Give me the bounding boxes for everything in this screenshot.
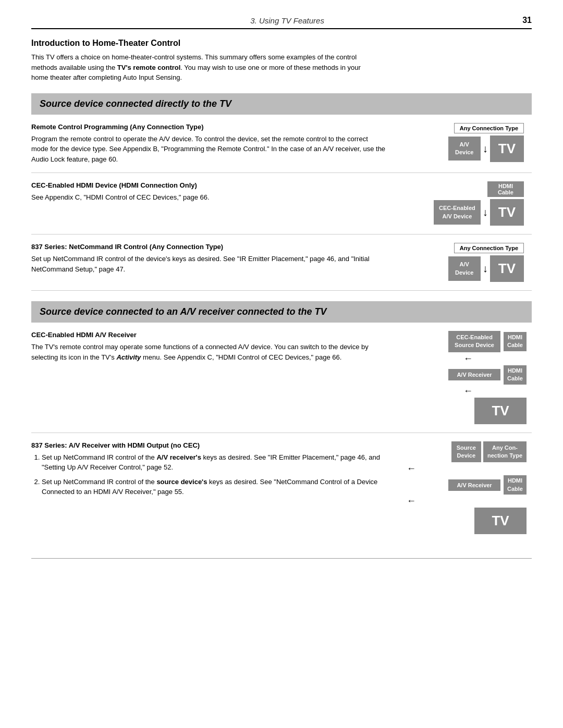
box-av-device-1: A/VDevice [448,137,481,161]
arrow-down-1: ← [463,353,473,364]
arrow-left-1: ← [407,463,416,474]
subsection-837-netcmd: 837 Series: NetCommand IR Control (Any C… [31,235,532,291]
subsection-837-text: 837 Series: NetCommand IR Control (Any C… [31,243,396,274]
diagram-cec-hdmi: HDMICable CEC-EnabledA/V Device ↓ TV [396,181,532,226]
diagram-remote-control: Any Connection Type A/VDevice ↓ TV [396,123,532,162]
subsection-remote-text: Remote Control Programming (Any Connecti… [31,123,396,165]
subsection-cec-text: CEC-Enabled HDMI Device (HDMI Connection… [31,181,396,203]
subsection-remote-body: Program the remote control to operate th… [31,134,386,165]
subsection-cec-av-body: The TV's remote control may operate some… [31,342,386,362]
diagram-837-netcmd: Any Connection Type A/VDevice ↓ TV [396,243,532,282]
box-tv-5: TV [474,508,527,534]
subsection-837-title: 837 Series: NetCommand IR Control (Any C… [31,243,386,251]
intro-title: Introduction to Home-Theater Control [31,39,532,48]
arrow-left-2: ← [407,496,416,507]
step-2: Set up NetCommand IR control of the sour… [42,477,386,497]
subsection-837-body: Set up NetCommand IR control of the devi… [31,254,386,274]
subsection-837-av-recv: 837 Series: A/V Receiver with HDMI Outpu… [31,433,532,543]
box-cec-device-1: CEC-EnabledA/V Device [434,200,481,225]
badge-any-conn-2: Any Connection Type [454,243,524,253]
page-number: 31 [522,16,532,25]
subsection-837-av-title: 837 Series: A/V Receiver with HDMI Outpu… [31,441,386,449]
intro-body: This TV offers a choice on home-theater-… [31,52,375,83]
steps-list: Set up NetCommand IR control of the A/V … [31,452,386,497]
step-1: Set up NetCommand IR control of the A/V … [42,452,386,473]
arrow-down-2: ← [463,386,473,397]
subsection-cec-hdmi: CEC-Enabled HDMI Device (HDMI Connection… [31,173,532,235]
diagram-837-av-recv: SourceDevice Any Con-nection Type ← A/V … [396,441,532,535]
box-source-device-1: SourceDevice [451,441,481,463]
badge-hdmi-3: HDMICable [504,475,527,495]
page: 3. Using TV Features 31 Introduction to … [0,0,563,728]
badge-hdmi-1: HDMICable [504,332,527,351]
box-tv-2: TV [490,199,524,226]
diagram-cec-av-recv: CEC-EnabledSource Device HDMICable ← A/V… [396,331,532,424]
subsection-cec-av-title: CEC-Enabled HDMI A/V Receiver [31,331,386,339]
subsection-cec-title: CEC-Enabled HDMI Device (HDMI Connection… [31,181,386,189]
box-tv-1: TV [490,135,524,162]
subsection-cec-av-recv: CEC-Enabled HDMI A/V Receiver The TV's r… [31,323,532,433]
badge-hdmi-2: HDMICable [504,365,527,385]
badge-any-conn-3: Any Con-nection Type [483,441,527,463]
box-tv-4: TV [474,398,527,424]
badge-hdmi-cable-1: HDMICable [487,181,524,197]
page-header: 3. Using TV Features 31 [31,16,532,29]
box-av-receiver-1: A/V Receiver [448,369,500,380]
subsection-cec-av-text: CEC-Enabled HDMI A/V Receiver The TV's r… [31,331,396,362]
arrow-cec-1: ↓ [483,206,488,218]
box-av-device-2: A/VDevice [448,256,481,281]
box-av-receiver-2: A/V Receiver [448,479,500,491]
section2-header: Source device connected to an A/V receiv… [31,301,532,323]
subsection-remote-title: Remote Control Programming (Any Connecti… [31,123,386,131]
section1-header: Source device connected directly to the … [31,93,532,115]
box-cec-source-1: CEC-EnabledSource Device [448,331,500,352]
badge-any-conn-1: Any Connection Type [454,123,524,133]
subsection-cec-body: See Appendix C, "HDMI Control of CEC Dev… [31,192,386,203]
arrow-2: ↓ [483,263,488,275]
page-header-title: 3. Using TV Features [52,16,522,25]
subsection-837-av-text: 837 Series: A/V Receiver with HDMI Outpu… [31,441,396,501]
box-tv-3: TV [490,255,524,282]
bottom-rule [31,558,532,559]
intro-section: Introduction to Home-Theater Control Thi… [31,39,532,83]
arrow-1: ↓ [483,143,488,155]
subsection-837-av-body: Set up NetCommand IR control of the A/V … [31,452,386,497]
subsection-remote-control: Remote Control Programming (Any Connecti… [31,115,532,174]
